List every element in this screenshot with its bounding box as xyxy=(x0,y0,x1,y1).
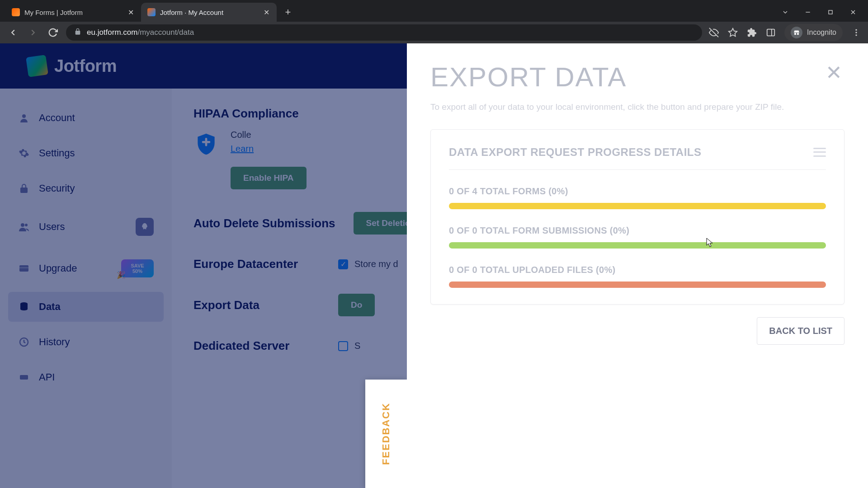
back-to-list-button[interactable]: BACK TO LIST xyxy=(757,317,844,345)
omnibox[interactable]: eu.jotform.com/myaccount/data xyxy=(66,24,702,41)
browser-tab-0[interactable]: My Forms | Jotform ✕ xyxy=(5,3,141,22)
svg-point-8 xyxy=(794,33,797,35)
progress-submissions-label: 0 OF 0 TOTAL FORM SUBMISSIONS (0%) xyxy=(449,225,826,236)
export-modal: EXPORT DATA ✕ To export all of your data… xyxy=(407,43,868,488)
incognito-icon xyxy=(791,27,802,38)
url-text: eu.jotform.com/myaccount/data xyxy=(87,28,194,37)
eye-off-icon[interactable] xyxy=(708,27,719,38)
svg-point-12 xyxy=(855,34,857,36)
lock-icon xyxy=(74,28,81,37)
svg-point-9 xyxy=(797,33,799,35)
browser-titlebar: My Forms | Jotform ✕ Jotform · My Accoun… xyxy=(0,0,868,22)
svg-point-11 xyxy=(855,32,857,33)
close-icon[interactable]: ✕ xyxy=(262,8,270,16)
maximize-icon[interactable] xyxy=(826,7,835,17)
incognito-label: Incognito xyxy=(807,28,836,37)
back-icon[interactable] xyxy=(6,26,20,39)
progress-bar-submissions xyxy=(449,242,826,249)
card-title-text: DATA EXPORT REQUEST PROGRESS DETAILS xyxy=(449,146,702,159)
side-panel-icon[interactable] xyxy=(765,27,776,38)
new-tab-button[interactable]: + xyxy=(280,5,296,20)
forward-icon[interactable] xyxy=(26,26,40,39)
close-icon[interactable]: ✕ xyxy=(127,8,135,16)
favicon-icon xyxy=(12,8,20,16)
svg-point-10 xyxy=(855,29,857,31)
page-viewport: Jotform My Forms Te Account Settings Sec… xyxy=(0,43,868,488)
minimize-icon[interactable] xyxy=(803,7,813,17)
progress-bar-forms xyxy=(449,203,826,209)
browser-tab-1[interactable]: Jotform · My Account ✕ xyxy=(141,3,277,22)
svg-marker-5 xyxy=(729,28,737,36)
close-icon[interactable]: ✕ xyxy=(823,61,844,83)
svg-rect-1 xyxy=(829,10,832,14)
modal-subtitle: To export all of your data to your local… xyxy=(430,101,844,114)
kebab-icon[interactable] xyxy=(851,27,862,38)
feedback-label: FEEDBACK xyxy=(380,403,392,465)
tab-title: Jotform · My Account xyxy=(160,9,258,16)
progress-card: DATA EXPORT REQUEST PROGRESS DETAILS 0 O… xyxy=(430,129,844,305)
hamburger-icon[interactable] xyxy=(813,148,826,157)
svg-rect-6 xyxy=(767,29,775,36)
tab-title: My Forms | Jotform xyxy=(24,9,122,16)
chevron-down-icon[interactable] xyxy=(780,7,790,17)
window-close-icon[interactable] xyxy=(848,7,858,17)
address-bar: eu.jotform.com/myaccount/data Incognito xyxy=(0,22,868,43)
incognito-badge[interactable]: Incognito xyxy=(784,24,843,41)
modal-title: EXPORT DATA xyxy=(430,61,627,93)
favicon-icon xyxy=(147,8,156,16)
progress-bar-files xyxy=(449,282,826,288)
progress-forms-label: 0 OF 4 TOTAL FORMS (0%) xyxy=(449,186,826,197)
feedback-tab[interactable]: FEEDBACK xyxy=(365,380,407,488)
reload-icon[interactable] xyxy=(46,26,60,39)
progress-files-label: 0 OF 0 TOTAL UPLOADED FILES (0%) xyxy=(449,265,826,275)
star-icon[interactable] xyxy=(727,27,738,38)
extensions-icon[interactable] xyxy=(746,27,757,38)
